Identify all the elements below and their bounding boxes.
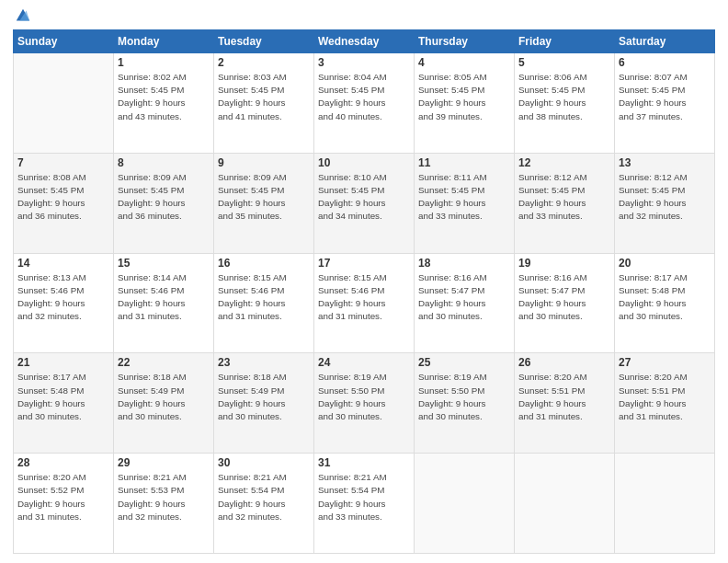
calendar-day-cell: 6Sunrise: 8:07 AMSunset: 5:45 PMDaylight… (615, 53, 715, 154)
day-number: 14 (17, 257, 109, 270)
day-info: Sunrise: 8:05 AMSunset: 5:45 PMDaylight:… (418, 71, 510, 123)
calendar-day-cell: 24Sunrise: 8:19 AMSunset: 5:50 PMDayligh… (314, 353, 415, 454)
day-of-week-header: Thursday (415, 30, 515, 53)
logo-icon (15, 7, 31, 24)
day-number: 30 (218, 456, 310, 469)
day-info: Sunrise: 8:15 AMSunset: 5:46 PMDaylight:… (318, 271, 410, 324)
day-of-week-header: Saturday (615, 30, 715, 53)
calendar: SundayMondayTuesdayWednesdayThursdayFrid… (13, 29, 715, 554)
day-number: 13 (619, 156, 711, 169)
day-number: 24 (318, 356, 410, 369)
calendar-day-cell: 12Sunrise: 8:12 AMSunset: 5:45 PMDayligh… (515, 153, 615, 253)
day-of-week-header: Tuesday (214, 30, 314, 53)
day-info: Sunrise: 8:03 AMSunset: 5:45 PMDaylight:… (218, 71, 310, 123)
day-number: 25 (418, 356, 510, 369)
calendar-day-cell: 25Sunrise: 8:19 AMSunset: 5:50 PMDayligh… (415, 353, 515, 454)
calendar-day-cell: 5Sunrise: 8:06 AMSunset: 5:45 PMDaylight… (515, 53, 615, 154)
calendar-day-cell: 16Sunrise: 8:15 AMSunset: 5:46 PMDayligh… (214, 253, 314, 353)
day-number: 12 (518, 156, 610, 169)
day-info: Sunrise: 8:11 AMSunset: 5:45 PMDaylight:… (418, 171, 510, 224)
day-info: Sunrise: 8:18 AMSunset: 5:49 PMDaylight:… (218, 371, 310, 423)
day-info: Sunrise: 8:12 AMSunset: 5:45 PMDaylight:… (619, 171, 711, 224)
day-number: 28 (17, 456, 109, 469)
day-info: Sunrise: 8:16 AMSunset: 5:47 PMDaylight:… (518, 271, 610, 324)
calendar-day-cell: 7Sunrise: 8:08 AMSunset: 5:45 PMDaylight… (14, 153, 114, 253)
day-number: 19 (518, 257, 610, 270)
day-of-week-header: Wednesday (314, 30, 415, 53)
day-number: 20 (619, 257, 711, 270)
calendar-day-cell: 23Sunrise: 8:18 AMSunset: 5:49 PMDayligh… (214, 353, 314, 454)
calendar-day-cell: 28Sunrise: 8:20 AMSunset: 5:52 PMDayligh… (14, 454, 114, 554)
calendar-day-cell: 8Sunrise: 8:09 AMSunset: 5:45 PMDaylight… (114, 153, 214, 253)
day-info: Sunrise: 8:17 AMSunset: 5:48 PMDaylight:… (619, 271, 711, 324)
day-info: Sunrise: 8:08 AMSunset: 5:45 PMDaylight:… (17, 171, 109, 224)
calendar-day-cell: 9Sunrise: 8:09 AMSunset: 5:45 PMDaylight… (214, 153, 314, 253)
calendar-day-cell (515, 454, 615, 554)
calendar-day-cell (14, 53, 114, 154)
day-number: 3 (318, 56, 410, 69)
calendar-day-cell: 31Sunrise: 8:21 AMSunset: 5:54 PMDayligh… (314, 454, 415, 554)
calendar-week-row: 21Sunrise: 8:17 AMSunset: 5:48 PMDayligh… (14, 353, 715, 454)
day-number: 23 (218, 356, 310, 369)
calendar-day-cell (615, 454, 715, 554)
day-number: 5 (518, 56, 610, 69)
calendar-day-cell: 4Sunrise: 8:05 AMSunset: 5:45 PMDaylight… (415, 53, 515, 154)
day-info: Sunrise: 8:16 AMSunset: 5:47 PMDaylight:… (418, 271, 510, 324)
day-info: Sunrise: 8:18 AMSunset: 5:49 PMDaylight:… (118, 371, 210, 423)
day-info: Sunrise: 8:12 AMSunset: 5:45 PMDaylight:… (518, 171, 610, 224)
day-info: Sunrise: 8:13 AMSunset: 5:46 PMDaylight:… (17, 271, 109, 324)
day-info: Sunrise: 8:15 AMSunset: 5:46 PMDaylight:… (218, 271, 310, 324)
day-info: Sunrise: 8:17 AMSunset: 5:48 PMDaylight:… (17, 371, 109, 423)
calendar-day-cell: 22Sunrise: 8:18 AMSunset: 5:49 PMDayligh… (114, 353, 214, 454)
day-info: Sunrise: 8:21 AMSunset: 5:53 PMDaylight:… (118, 471, 210, 523)
calendar-day-cell: 29Sunrise: 8:21 AMSunset: 5:53 PMDayligh… (114, 454, 214, 554)
day-number: 15 (118, 257, 210, 270)
day-number: 29 (118, 456, 210, 469)
calendar-day-cell: 30Sunrise: 8:21 AMSunset: 5:54 PMDayligh… (214, 454, 314, 554)
day-number: 6 (619, 56, 711, 69)
day-info: Sunrise: 8:21 AMSunset: 5:54 PMDaylight:… (218, 471, 310, 523)
calendar-day-cell: 15Sunrise: 8:14 AMSunset: 5:46 PMDayligh… (114, 253, 214, 353)
day-number: 2 (218, 56, 310, 69)
calendar-day-cell: 27Sunrise: 8:20 AMSunset: 5:51 PMDayligh… (615, 353, 715, 454)
calendar-week-row: 1Sunrise: 8:02 AMSunset: 5:45 PMDaylight… (14, 53, 715, 154)
day-of-week-header: Monday (114, 30, 214, 53)
day-info: Sunrise: 8:02 AMSunset: 5:45 PMDaylight:… (118, 71, 210, 123)
day-info: Sunrise: 8:09 AMSunset: 5:45 PMDaylight:… (118, 171, 210, 224)
day-number: 16 (218, 257, 310, 270)
day-number: 11 (418, 156, 510, 169)
calendar-day-cell: 3Sunrise: 8:04 AMSunset: 5:45 PMDaylight… (314, 53, 415, 154)
calendar-day-cell: 14Sunrise: 8:13 AMSunset: 5:46 PMDayligh… (14, 253, 114, 353)
day-info: Sunrise: 8:20 AMSunset: 5:51 PMDaylight:… (619, 371, 711, 423)
calendar-day-cell: 2Sunrise: 8:03 AMSunset: 5:45 PMDaylight… (214, 53, 314, 154)
day-info: Sunrise: 8:21 AMSunset: 5:54 PMDaylight:… (318, 471, 410, 523)
day-info: Sunrise: 8:10 AMSunset: 5:45 PMDaylight:… (318, 171, 410, 224)
calendar-day-cell: 13Sunrise: 8:12 AMSunset: 5:45 PMDayligh… (615, 153, 715, 253)
calendar-day-cell: 10Sunrise: 8:10 AMSunset: 5:45 PMDayligh… (314, 153, 415, 253)
calendar-day-cell: 21Sunrise: 8:17 AMSunset: 5:48 PMDayligh… (14, 353, 114, 454)
calendar-week-row: 28Sunrise: 8:20 AMSunset: 5:52 PMDayligh… (14, 454, 715, 554)
day-number: 9 (218, 156, 310, 169)
logo (13, 13, 31, 24)
day-number: 1 (118, 56, 210, 69)
calendar-day-cell: 11Sunrise: 8:11 AMSunset: 5:45 PMDayligh… (415, 153, 515, 253)
day-info: Sunrise: 8:04 AMSunset: 5:45 PMDaylight:… (318, 71, 410, 123)
calendar-header-row: SundayMondayTuesdayWednesdayThursdayFrid… (14, 30, 715, 53)
day-info: Sunrise: 8:20 AMSunset: 5:51 PMDaylight:… (518, 371, 610, 423)
day-number: 21 (17, 356, 109, 369)
day-number: 18 (418, 257, 510, 270)
calendar-day-cell: 1Sunrise: 8:02 AMSunset: 5:45 PMDaylight… (114, 53, 214, 154)
header (13, 9, 715, 24)
calendar-day-cell: 18Sunrise: 8:16 AMSunset: 5:47 PMDayligh… (415, 253, 515, 353)
day-of-week-header: Friday (515, 30, 615, 53)
day-number: 27 (619, 356, 711, 369)
day-info: Sunrise: 8:06 AMSunset: 5:45 PMDaylight:… (518, 71, 610, 123)
calendar-day-cell (415, 454, 515, 554)
day-number: 31 (318, 456, 410, 469)
day-number: 26 (518, 356, 610, 369)
day-info: Sunrise: 8:14 AMSunset: 5:46 PMDaylight:… (118, 271, 210, 324)
day-info: Sunrise: 8:19 AMSunset: 5:50 PMDaylight:… (318, 371, 410, 423)
day-number: 7 (17, 156, 109, 169)
day-info: Sunrise: 8:07 AMSunset: 5:45 PMDaylight:… (619, 71, 711, 123)
calendar-day-cell: 17Sunrise: 8:15 AMSunset: 5:46 PMDayligh… (314, 253, 415, 353)
